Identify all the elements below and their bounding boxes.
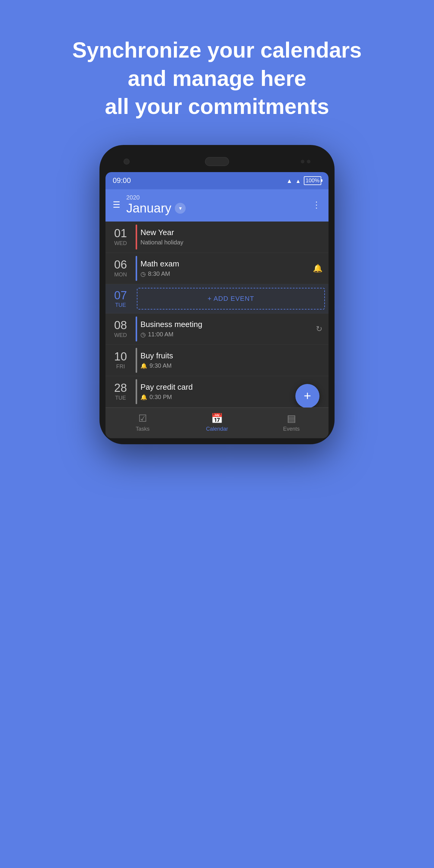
phone-sensor-2 [307, 160, 310, 163]
header-left: ☰ 2020 January ▾ [113, 194, 186, 216]
day-number: 28 [114, 382, 127, 394]
event-title: New Year [141, 228, 324, 237]
day-number-block: 10 FRI [105, 345, 135, 376]
add-event-button[interactable]: + ADD EVENT [137, 288, 325, 310]
table-row[interactable]: 06 MON Math exam 8:30 AM 🔔 [105, 253, 329, 284]
header-year: 2020 [126, 194, 186, 201]
header-month-row: January ▾ [126, 201, 186, 216]
event-subtitle: National holiday [141, 239, 324, 246]
status-icons: 100% [286, 176, 321, 185]
screen-content: 01 WED New Year National holiday 06 MON [105, 221, 329, 438]
event-title: Pay credit card [141, 382, 324, 392]
fab-add-button[interactable]: + [296, 384, 319, 408]
calendar-list: 01 WED New Year National holiday 06 MON [105, 221, 329, 407]
table-row[interactable]: 28 TUE Pay credit card 0:30 PM [105, 376, 329, 407]
tasks-icon: ☑ [138, 412, 147, 424]
event-title: Math exam [141, 259, 324, 269]
event-block: Math exam 8:30 AM 🔔 [135, 253, 329, 284]
day-number-block: 08 WED [105, 313, 135, 344]
month-dropdown-button[interactable]: ▾ [175, 203, 186, 214]
menu-button[interactable]: ☰ [113, 200, 120, 210]
table-row: 07 TUE + ADD EVENT [105, 284, 329, 313]
day-name: MON [114, 272, 127, 278]
day-name: TUE [115, 395, 126, 401]
header-month: January [126, 201, 171, 216]
day-name: FRI [116, 364, 125, 370]
phone-sensor-1 [301, 160, 304, 163]
status-bar: 09:00 100% [105, 172, 329, 189]
phone-shell: 09:00 100% ☰ 2020 January ▾ ⋮ [99, 145, 335, 444]
day-number: 01 [114, 227, 127, 239]
sync-icon: ↻ [316, 324, 322, 334]
nav-item-tasks[interactable]: ☑ Tasks [124, 412, 161, 432]
hero-line1: Synchronize your calendars [72, 38, 362, 62]
event-bar [135, 316, 137, 341]
hero-text: Synchronize your calendars and manage he… [54, 0, 380, 145]
nav-label-calendar: Calendar [206, 426, 228, 432]
event-title: Buy fruits [141, 351, 324, 361]
day-number: 10 [114, 351, 127, 362]
event-bar [135, 256, 137, 281]
nav-item-calendar[interactable]: 📅 Calendar [199, 412, 235, 432]
hero-line3: all your commitments [105, 94, 329, 119]
phone-screen: 09:00 100% ☰ 2020 January ▾ ⋮ [105, 172, 329, 438]
event-time: 11:00 AM [141, 331, 324, 338]
event-block: New Year National holiday [135, 221, 329, 253]
day-number: 08 [114, 319, 127, 331]
phone-sensors [301, 160, 310, 163]
event-time: 8:30 AM [141, 270, 324, 278]
day-name: TUE [115, 302, 126, 308]
phone-camera [124, 158, 130, 164]
nav-label-events: Events [283, 426, 300, 432]
events-icon: ▤ [287, 412, 296, 424]
battery-icon: 100% [304, 176, 321, 185]
event-block: Business meeting 11:00 AM ↻ [135, 313, 329, 344]
day-number-block: 06 MON [105, 253, 135, 284]
event-alarm: 9:30 AM [141, 362, 324, 369]
event-title: Business meeting [141, 320, 324, 329]
signal-icon [296, 176, 301, 185]
day-number: 07 [114, 289, 127, 302]
table-row[interactable]: 08 WED Business meeting 11:00 AM ↻ [105, 313, 329, 345]
app-header: ☰ 2020 January ▾ ⋮ [105, 189, 329, 221]
calendar-icon: 📅 [211, 412, 223, 424]
event-bar [135, 348, 137, 373]
header-title-block: 2020 January ▾ [126, 194, 186, 216]
bottom-nav: ☑ Tasks 📅 Calendar ▤ Events [105, 407, 329, 438]
status-time: 09:00 [113, 176, 131, 185]
event-block: Buy fruits 9:30 AM [135, 345, 329, 376]
day-name: WED [114, 332, 127, 338]
day-number-block: 01 WED [105, 221, 135, 253]
phone-top-hardware [105, 157, 329, 166]
hero-line2: and manage here [128, 66, 306, 90]
table-row[interactable]: 01 WED New Year National holiday [105, 221, 329, 253]
event-bar [135, 379, 137, 404]
table-row[interactable]: 10 FRI Buy fruits 9:30 AM [105, 345, 329, 376]
wifi-icon [286, 176, 292, 185]
nav-label-tasks: Tasks [135, 426, 150, 432]
more-options-button[interactable]: ⋮ [312, 200, 321, 210]
day-number: 06 [114, 259, 127, 270]
day-number-block: 07 TUE [105, 284, 135, 313]
event-bar [135, 224, 137, 250]
phone-speaker [205, 157, 229, 166]
nav-item-events[interactable]: ▤ Events [273, 412, 310, 432]
day-number-block: 28 TUE [105, 376, 135, 407]
bell-icon: 🔔 [313, 264, 322, 273]
day-name: WED [114, 240, 127, 247]
